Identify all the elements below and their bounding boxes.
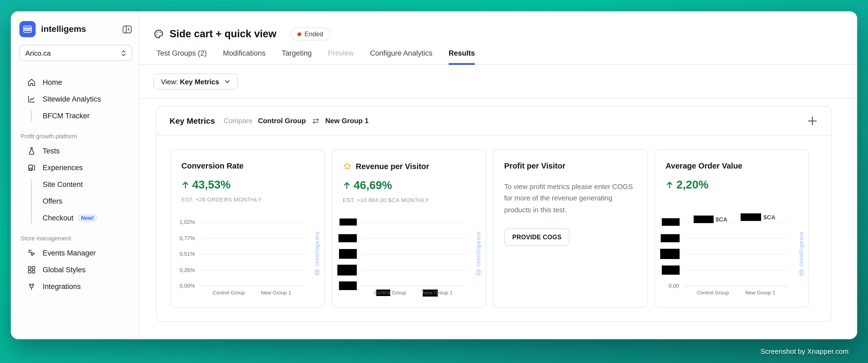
tab-modifications[interactable]: Modifications bbox=[223, 49, 266, 64]
sidebar-item-experiences[interactable]: Experiences bbox=[20, 159, 132, 176]
palette-icon bbox=[153, 29, 164, 39]
sidebar-collapse-icon[interactable] bbox=[121, 24, 132, 35]
sidebar-item-label: Offers bbox=[43, 197, 62, 205]
plug-icon bbox=[27, 282, 36, 291]
sidebar-item-sitewide-analytics[interactable]: Sitewide Analytics bbox=[20, 91, 132, 108]
card-title: Profit per Visitor bbox=[504, 161, 565, 170]
sidebar-item-label: BFCM Tracker bbox=[43, 112, 90, 120]
x-label: Control Group bbox=[366, 290, 414, 296]
conversion-rate-chart: 1,02% 0,77% 0,51% 0,26% 0,00% 0,65% 0,93… bbox=[177, 219, 320, 301]
delta-value: 43,53% bbox=[181, 178, 314, 191]
estimate-subtitle: EST. +10 884,00 $CA MONTHLY bbox=[343, 196, 475, 203]
add-metric-button[interactable] bbox=[806, 115, 818, 127]
y-axis-redacted bbox=[338, 222, 360, 286]
brand-row: intelligems bbox=[20, 20, 132, 38]
page-title: Side cart + quick view bbox=[169, 28, 276, 40]
tab-results[interactable]: Results bbox=[448, 49, 475, 64]
revenue-per-visitor-chart: $CA $CA Control Group New Group 1 intell… bbox=[338, 219, 482, 301]
bar-value-label: $CA bbox=[693, 216, 727, 223]
delta-value: 2,20% bbox=[665, 178, 798, 191]
view-toolbar: View: Key Metrics bbox=[139, 65, 857, 99]
key-metrics-panel: Key Metrics Compare Control Group New Gr… bbox=[156, 106, 832, 322]
sidebar-item-offers[interactable]: Offers bbox=[20, 193, 132, 210]
sidebar-item-events-manager[interactable]: Events Manager bbox=[20, 245, 132, 262]
view-dropdown[interactable]: View: Key Metrics bbox=[153, 73, 238, 90]
desktop-background: intelligems Arico.ca bbox=[0, 0, 868, 363]
average-order-value-chart: 0,00 $CA $CA Control Group New Group 1 bbox=[661, 219, 804, 301]
sidebar-item-label: Site Content bbox=[43, 180, 83, 188]
x-label: New Group 1 bbox=[252, 290, 301, 296]
home-icon bbox=[27, 78, 36, 87]
card-title: Average Order Value bbox=[665, 161, 742, 170]
bar-value-label: $CA bbox=[741, 213, 775, 221]
intelligems-watermark: intelligems bbox=[311, 221, 322, 287]
flask-icon bbox=[27, 146, 36, 156]
sidebar-item-label: Experiences bbox=[43, 164, 83, 172]
sidebar: intelligems Arico.ca bbox=[11, 11, 139, 339]
compare-group-b[interactable]: New Group 1 bbox=[325, 117, 368, 125]
store-selector[interactable]: Arico.ca bbox=[20, 45, 132, 61]
chevron-down-icon bbox=[224, 78, 230, 85]
tab-test-groups[interactable]: Test Groups (2) bbox=[157, 49, 207, 64]
estimate-subtitle: EST. +28 ORDERS MONTHLY bbox=[181, 196, 314, 203]
star-icon bbox=[343, 161, 352, 171]
tab-targeting[interactable]: Targeting bbox=[282, 49, 312, 64]
card-profit-per-visitor: Profit per Visitor To view profit metric… bbox=[493, 149, 648, 308]
sidebar-section-profit-growth: Profit growth platform bbox=[21, 133, 132, 139]
brand-name: intelligems bbox=[41, 24, 121, 34]
profit-info-text: To view profit metrics please enter COGS… bbox=[504, 181, 637, 216]
sidebar-item-integrations[interactable]: Integrations bbox=[20, 278, 132, 295]
intelligems-globe-icon bbox=[797, 269, 805, 277]
sidebar-subgroup-analytics: BFCM Tracker bbox=[20, 108, 132, 124]
swap-arrows-icon[interactable] bbox=[311, 116, 320, 125]
sidebar-item-label: Global Styles bbox=[43, 266, 86, 274]
app-window: intelligems Arico.ca bbox=[11, 11, 857, 339]
sidebar-item-label: Events Manager bbox=[43, 249, 96, 257]
intelligems-logo-icon bbox=[20, 21, 36, 37]
status-dot-icon bbox=[298, 32, 301, 36]
page-header: Side cart + quick view Ended bbox=[139, 11, 857, 40]
sidebar-item-bfcm-tracker[interactable]: BFCM Tracker bbox=[20, 108, 132, 124]
plot-area: $CA $CA Control Group New Group 1 bbox=[362, 222, 465, 286]
card-average-order-value: Average Order Value 2,20% 0,00 bbox=[654, 149, 809, 308]
tab-preview[interactable]: Preview bbox=[328, 49, 354, 64]
intelligems-globe-icon bbox=[474, 269, 482, 277]
sidebar-item-label: Home bbox=[43, 78, 62, 86]
main-content: Side cart + quick view Ended Test Groups… bbox=[139, 11, 857, 339]
sidebar-item-site-content[interactable]: Site Content bbox=[20, 176, 132, 193]
y-axis: 1,02% 0,77% 0,51% 0,26% 0,00% bbox=[177, 222, 199, 286]
intelligems-watermark: intelligems bbox=[473, 221, 484, 287]
compare-label: Compare bbox=[223, 117, 252, 125]
panel-header: Key Metrics Compare Control Group New Gr… bbox=[157, 107, 831, 135]
compare-group-a[interactable]: Control Group bbox=[258, 117, 306, 125]
grid-icon bbox=[27, 265, 36, 274]
x-label: Control Group bbox=[204, 290, 253, 296]
sidebar-item-label: Checkout bbox=[43, 214, 73, 222]
metric-cards-row: Conversion Rate 43,53% EST. +28 ORDERS M… bbox=[157, 135, 831, 322]
up-down-chevrons-icon bbox=[120, 49, 127, 57]
sidebar-item-checkout[interactable]: Checkout New! bbox=[20, 210, 132, 226]
card-revenue-per-visitor: Revenue per Visitor 46,69% EST. +10 884,… bbox=[332, 149, 486, 308]
status-text: Ended bbox=[305, 30, 323, 38]
sidebar-item-global-styles[interactable]: Global Styles bbox=[20, 262, 132, 278]
card-conversion-rate: Conversion Rate 43,53% EST. +28 ORDERS M… bbox=[170, 149, 325, 308]
panel-title: Key Metrics bbox=[169, 116, 215, 125]
cursor-click-icon bbox=[27, 248, 36, 258]
plot-area: 0,65% 0,93% Control Group New Group 1 bbox=[201, 222, 304, 286]
provide-cogs-button[interactable]: PROVIDE COGS bbox=[504, 229, 569, 246]
delta-value: 46,69% bbox=[343, 179, 475, 192]
screenshot-credit: Screenshot by Xnapper.com bbox=[760, 347, 848, 356]
sidebar-subgroup-experiences: Site Content Offers Checkout New! bbox=[20, 176, 132, 226]
card-title: Revenue per Visitor bbox=[356, 162, 429, 171]
y-axis-redacted: 0,00 bbox=[661, 222, 683, 286]
sidebar-section-store-management: Store management bbox=[21, 235, 132, 241]
sidebar-item-home[interactable]: Home bbox=[20, 74, 132, 91]
analytics-icon bbox=[27, 94, 36, 104]
active-tab-underline bbox=[448, 63, 475, 65]
tab-bar: Test Groups (2) Modifications Targeting … bbox=[139, 49, 857, 65]
tab-configure-analytics[interactable]: Configure Analytics bbox=[370, 49, 432, 64]
intelligems-watermark: intelligems bbox=[796, 221, 806, 287]
arrow-up-icon bbox=[343, 181, 351, 189]
sidebar-item-tests[interactable]: Tests bbox=[20, 143, 132, 159]
arrow-up-icon bbox=[665, 181, 674, 189]
